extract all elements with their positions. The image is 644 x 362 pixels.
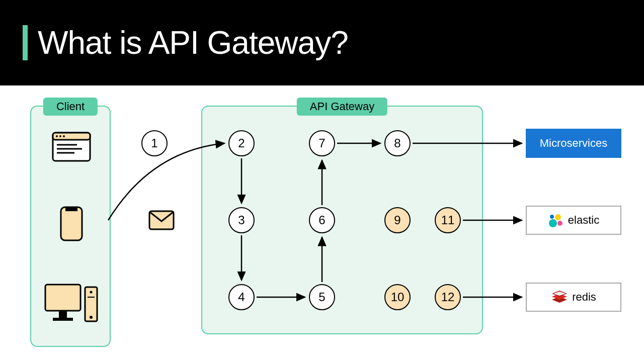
- svg-rect-11: [59, 311, 67, 318]
- node-10-label: 10: [391, 290, 405, 304]
- svg-point-14: [90, 291, 93, 294]
- node-1: 1: [141, 130, 168, 156]
- svg-rect-1: [53, 133, 90, 140]
- diagram-canvas: Client: [0, 85, 644, 362]
- mobile-icon: [59, 205, 84, 242]
- node-6: 6: [309, 207, 335, 233]
- redis-label: redis: [572, 291, 596, 304]
- node-6-label: 6: [318, 213, 325, 227]
- svg-point-16: [90, 316, 93, 319]
- api-gateway-panel-label: API Gateway: [297, 98, 387, 116]
- svg-rect-10: [45, 285, 80, 311]
- microservices-label: Microservices: [540, 137, 607, 150]
- svg-marker-25: [553, 292, 566, 296]
- slide-title: What is API Gateway?: [38, 24, 348, 61]
- elastic-icon: [548, 212, 564, 228]
- svg-point-21: [550, 215, 554, 219]
- svg-point-3: [59, 135, 61, 137]
- client-panel: Client: [30, 106, 111, 347]
- node-11-label: 11: [441, 213, 455, 227]
- svg-point-20: [557, 221, 562, 226]
- client-panel-label: Client: [43, 98, 98, 116]
- node-10: 10: [384, 284, 411, 310]
- svg-rect-8: [61, 207, 82, 240]
- elastic-label: elastic: [568, 214, 599, 227]
- desktop-icon: [44, 283, 99, 328]
- redis-icon: [551, 290, 568, 305]
- node-7-label: 7: [318, 136, 325, 150]
- node-12-label: 12: [441, 290, 455, 304]
- node-5: 5: [309, 284, 335, 310]
- node-4: 4: [228, 284, 255, 310]
- redis-box: redis: [526, 283, 621, 312]
- header-accent-bar: [23, 25, 28, 60]
- svg-rect-9: [65, 207, 77, 211]
- microservices-box: Microservices: [526, 129, 621, 158]
- node-9-label: 9: [394, 213, 400, 227]
- node-11: 11: [435, 207, 461, 233]
- elastic-box: elastic: [526, 206, 621, 235]
- node-2-label: 2: [238, 136, 245, 150]
- svg-point-4: [63, 135, 65, 137]
- node-9: 9: [384, 207, 411, 233]
- node-4-label: 4: [238, 290, 245, 304]
- node-2: 2: [228, 130, 255, 156]
- browser-icon: [51, 129, 92, 164]
- node-1-label: 1: [151, 136, 157, 150]
- svg-point-19: [555, 214, 561, 220]
- node-3: 3: [228, 207, 255, 233]
- node-7: 7: [309, 130, 335, 156]
- node-3-label: 3: [238, 213, 245, 227]
- svg-point-18: [549, 219, 557, 227]
- node-8-label: 8: [394, 136, 400, 150]
- envelope-icon: [148, 210, 175, 230]
- node-5-label: 5: [318, 290, 325, 304]
- node-8: 8: [384, 130, 411, 156]
- svg-point-2: [56, 135, 58, 137]
- slide-header: What is API Gateway?: [0, 0, 644, 85]
- svg-rect-12: [53, 318, 73, 321]
- node-12: 12: [435, 284, 461, 310]
